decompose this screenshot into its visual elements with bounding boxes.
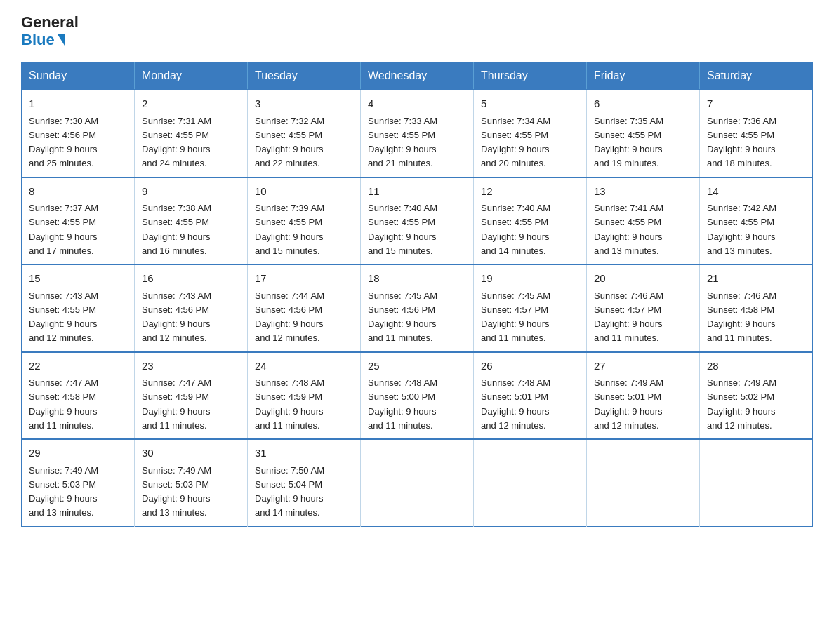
- day-number: 1: [29, 96, 127, 112]
- day-info: Sunrise: 7:40 AMSunset: 4:55 PMDaylight:…: [368, 203, 437, 256]
- calendar-cell: 31 Sunrise: 7:50 AMSunset: 5:04 PMDaylig…: [248, 439, 361, 526]
- day-info: Sunrise: 7:36 AMSunset: 4:55 PMDaylight:…: [707, 116, 776, 169]
- day-number: 24: [255, 358, 353, 375]
- calendar-cell: [361, 439, 474, 526]
- day-info: Sunrise: 7:49 AMSunset: 5:03 PMDaylight:…: [29, 465, 98, 518]
- calendar-cell: 14 Sunrise: 7:42 AMSunset: 4:55 PMDaylig…: [700, 177, 813, 265]
- day-info: Sunrise: 7:40 AMSunset: 4:55 PMDaylight:…: [481, 203, 550, 256]
- calendar-cell: 22 Sunrise: 7:47 AMSunset: 4:58 PMDaylig…: [22, 352, 135, 440]
- day-info: Sunrise: 7:48 AMSunset: 4:59 PMDaylight:…: [255, 377, 324, 431]
- day-number: 7: [707, 96, 805, 112]
- calendar-cell: 10 Sunrise: 7:39 AMSunset: 4:55 PMDaylig…: [248, 177, 361, 265]
- calendar-cell: 18 Sunrise: 7:45 AMSunset: 4:56 PMDaylig…: [361, 264, 474, 352]
- day-info: Sunrise: 7:43 AMSunset: 4:56 PMDaylight:…: [142, 290, 211, 344]
- day-info: Sunrise: 7:49 AMSunset: 5:02 PMDaylight:…: [707, 377, 776, 431]
- day-number: 17: [255, 271, 353, 287]
- day-number: 29: [29, 445, 127, 462]
- calendar-cell: 30 Sunrise: 7:49 AMSunset: 5:03 PMDaylig…: [135, 439, 248, 526]
- day-number: 10: [255, 184, 353, 200]
- day-info: Sunrise: 7:47 AMSunset: 4:59 PMDaylight:…: [142, 377, 211, 431]
- day-number: 25: [368, 358, 466, 375]
- calendar-cell: 4 Sunrise: 7:33 AMSunset: 4:55 PMDayligh…: [361, 90, 474, 177]
- calendar-table: SundayMondayTuesdayWednesdayThursdayFrid…: [21, 62, 813, 527]
- day-number: 22: [29, 358, 127, 375]
- calendar-cell: 3 Sunrise: 7:32 AMSunset: 4:55 PMDayligh…: [248, 90, 361, 177]
- day-number: 28: [707, 358, 805, 375]
- day-info: Sunrise: 7:33 AMSunset: 4:55 PMDaylight:…: [368, 116, 437, 169]
- calendar-header: SundayMondayTuesdayWednesdayThursdayFrid…: [22, 62, 813, 90]
- day-number: 4: [368, 96, 466, 112]
- week-row-4: 22 Sunrise: 7:47 AMSunset: 4:58 PMDaylig…: [22, 352, 813, 440]
- calendar-cell: [474, 439, 587, 526]
- day-number: 6: [594, 96, 692, 112]
- calendar-cell: 9 Sunrise: 7:38 AMSunset: 4:55 PMDayligh…: [135, 177, 248, 265]
- week-row-3: 15 Sunrise: 7:43 AMSunset: 4:55 PMDaylig…: [22, 264, 813, 352]
- day-header-thursday: Thursday: [474, 62, 587, 90]
- day-info: Sunrise: 7:46 AMSunset: 4:57 PMDaylight:…: [594, 290, 663, 344]
- day-number: 21: [707, 271, 805, 287]
- day-info: Sunrise: 7:38 AMSunset: 4:55 PMDaylight:…: [142, 203, 211, 256]
- day-info: Sunrise: 7:45 AMSunset: 4:56 PMDaylight:…: [368, 290, 437, 344]
- day-number: 12: [481, 184, 579, 200]
- calendar-cell: 16 Sunrise: 7:43 AMSunset: 4:56 PMDaylig…: [135, 264, 248, 352]
- calendar-cell: 27 Sunrise: 7:49 AMSunset: 5:01 PMDaylig…: [587, 352, 700, 440]
- day-info: Sunrise: 7:41 AMSunset: 4:55 PMDaylight:…: [594, 203, 663, 256]
- calendar-cell: 23 Sunrise: 7:47 AMSunset: 4:59 PMDaylig…: [135, 352, 248, 440]
- day-info: Sunrise: 7:46 AMSunset: 4:58 PMDaylight:…: [707, 290, 776, 344]
- calendar-cell: 21 Sunrise: 7:46 AMSunset: 4:58 PMDaylig…: [700, 264, 813, 352]
- calendar-cell: 25 Sunrise: 7:48 AMSunset: 5:00 PMDaylig…: [361, 352, 474, 440]
- calendar-body: 1 Sunrise: 7:30 AMSunset: 4:56 PMDayligh…: [22, 90, 813, 526]
- day-info: Sunrise: 7:30 AMSunset: 4:56 PMDaylight:…: [29, 116, 98, 169]
- calendar-cell: 11 Sunrise: 7:40 AMSunset: 4:55 PMDaylig…: [361, 177, 474, 265]
- day-info: Sunrise: 7:49 AMSunset: 5:01 PMDaylight:…: [594, 377, 663, 431]
- day-info: Sunrise: 7:31 AMSunset: 4:55 PMDaylight:…: [142, 116, 211, 169]
- calendar-cell: 8 Sunrise: 7:37 AMSunset: 4:55 PMDayligh…: [22, 177, 135, 265]
- calendar-cell: 1 Sunrise: 7:30 AMSunset: 4:56 PMDayligh…: [22, 90, 135, 177]
- calendar-cell: 6 Sunrise: 7:35 AMSunset: 4:55 PMDayligh…: [587, 90, 700, 177]
- calendar-cell: 24 Sunrise: 7:48 AMSunset: 4:59 PMDaylig…: [248, 352, 361, 440]
- day-header-tuesday: Tuesday: [248, 62, 361, 90]
- calendar-cell: 17 Sunrise: 7:44 AMSunset: 4:56 PMDaylig…: [248, 264, 361, 352]
- day-number: 2: [142, 96, 240, 112]
- day-number: 26: [481, 358, 579, 375]
- calendar-cell: 5 Sunrise: 7:34 AMSunset: 4:55 PMDayligh…: [474, 90, 587, 177]
- day-number: 16: [142, 271, 240, 287]
- day-number: 5: [481, 96, 579, 112]
- calendar-cell: 12 Sunrise: 7:40 AMSunset: 4:55 PMDaylig…: [474, 177, 587, 265]
- calendar-cell: 26 Sunrise: 7:48 AMSunset: 5:01 PMDaylig…: [474, 352, 587, 440]
- day-header-wednesday: Wednesday: [361, 62, 474, 90]
- day-number: 14: [707, 184, 805, 200]
- calendar-cell: 13 Sunrise: 7:41 AMSunset: 4:55 PMDaylig…: [587, 177, 700, 265]
- logo-general-text: General: [21, 14, 79, 31]
- day-number: 31: [255, 445, 353, 462]
- page-header: General Blue: [21, 14, 813, 49]
- day-info: Sunrise: 7:43 AMSunset: 4:55 PMDaylight:…: [29, 290, 98, 344]
- day-header-friday: Friday: [587, 62, 700, 90]
- calendar-cell: 19 Sunrise: 7:45 AMSunset: 4:57 PMDaylig…: [474, 264, 587, 352]
- day-info: Sunrise: 7:37 AMSunset: 4:55 PMDaylight:…: [29, 203, 98, 256]
- day-number: 8: [29, 184, 127, 200]
- week-row-2: 8 Sunrise: 7:37 AMSunset: 4:55 PMDayligh…: [22, 177, 813, 265]
- calendar-cell: 7 Sunrise: 7:36 AMSunset: 4:55 PMDayligh…: [700, 90, 813, 177]
- logo: General Blue: [21, 14, 79, 49]
- logo-blue-text: Blue: [21, 31, 65, 49]
- day-info: Sunrise: 7:48 AMSunset: 5:00 PMDaylight:…: [368, 377, 437, 431]
- day-info: Sunrise: 7:35 AMSunset: 4:55 PMDaylight:…: [594, 116, 663, 169]
- day-header-monday: Monday: [135, 62, 248, 90]
- day-number: 3: [255, 96, 353, 112]
- calendar-cell: [587, 439, 700, 526]
- day-info: Sunrise: 7:42 AMSunset: 4:55 PMDaylight:…: [707, 203, 776, 256]
- day-number: 15: [29, 271, 127, 287]
- logo-triangle-icon: [58, 34, 65, 46]
- day-number: 23: [142, 358, 240, 375]
- day-number: 30: [142, 445, 240, 462]
- day-number: 9: [142, 184, 240, 200]
- day-number: 18: [368, 271, 466, 287]
- day-number: 11: [368, 184, 466, 200]
- day-info: Sunrise: 7:44 AMSunset: 4:56 PMDaylight:…: [255, 290, 324, 344]
- day-info: Sunrise: 7:49 AMSunset: 5:03 PMDaylight:…: [142, 465, 211, 518]
- day-info: Sunrise: 7:50 AMSunset: 5:04 PMDaylight:…: [255, 465, 324, 518]
- day-info: Sunrise: 7:34 AMSunset: 4:55 PMDaylight:…: [481, 116, 550, 169]
- day-header-sunday: Sunday: [22, 62, 135, 90]
- calendar-cell: 20 Sunrise: 7:46 AMSunset: 4:57 PMDaylig…: [587, 264, 700, 352]
